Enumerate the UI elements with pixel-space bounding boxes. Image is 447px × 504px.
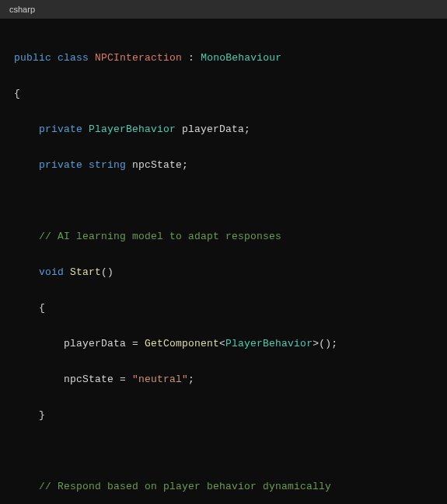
code-line: { <box>14 85 433 103</box>
class-name: NPCInteraction <box>95 52 182 64</box>
code-line: // AI learning model to adapt responses <box>14 228 433 245</box>
generic-type: PlayerBehavior <box>225 338 313 349</box>
code-line: public class NPCInteraction : MonoBehavi… <box>14 49 433 67</box>
type: PlayerBehavior <box>89 123 176 135</box>
equals: = <box>120 374 126 385</box>
string-literal: "neutral" <box>132 374 188 385</box>
field-name: npcState <box>132 159 182 171</box>
code-line: npcState = "neutral"; <box>14 370 433 388</box>
keyword-class: class <box>58 52 89 64</box>
code-block: public class NPCInteraction : MonoBehavi… <box>0 19 447 504</box>
code-line: playerData = GetComponent<PlayerBehavior… <box>14 335 433 353</box>
keyword-private: private <box>39 159 82 171</box>
var: npcState <box>64 374 113 385</box>
base-class: MonoBehaviour <box>201 52 281 64</box>
comment: // AI learning model to adapt responses <box>39 231 281 242</box>
angle: > <box>313 338 319 349</box>
keyword-public: public <box>14 52 51 64</box>
keyword-private: private <box>39 123 82 135</box>
semicolon: ; <box>244 123 250 135</box>
angle: < <box>219 338 225 349</box>
code-line: void Start() <box>14 263 433 281</box>
call: (); <box>319 338 337 349</box>
code-line <box>14 442 433 460</box>
language-label: csharp <box>9 5 35 14</box>
brace: } <box>39 409 45 421</box>
brace: { <box>39 302 45 314</box>
semicolon: ; <box>182 159 188 171</box>
parens: () <box>101 266 113 278</box>
brace: { <box>14 88 20 99</box>
var: playerData <box>64 338 126 349</box>
return-type: void <box>39 266 64 278</box>
language-header: csharp <box>0 0 447 19</box>
code-line: private PlayerBehavior playerData; <box>14 120 433 138</box>
code-line: } <box>14 406 433 424</box>
equals: = <box>132 338 138 349</box>
method-name: Start <box>70 266 101 278</box>
method-call: GetComponent <box>145 338 219 349</box>
semicolon: ; <box>188 374 194 385</box>
field-name: playerData <box>182 123 244 135</box>
code-line: { <box>14 299 433 317</box>
comment: // Respond based on player behavior dyna… <box>39 481 331 492</box>
code-line: // Respond based on player behavior dyna… <box>14 478 433 495</box>
colon: : <box>188 52 194 64</box>
code-line <box>14 192 433 210</box>
type: string <box>89 159 126 171</box>
code-line: private string npcState; <box>14 156 433 174</box>
